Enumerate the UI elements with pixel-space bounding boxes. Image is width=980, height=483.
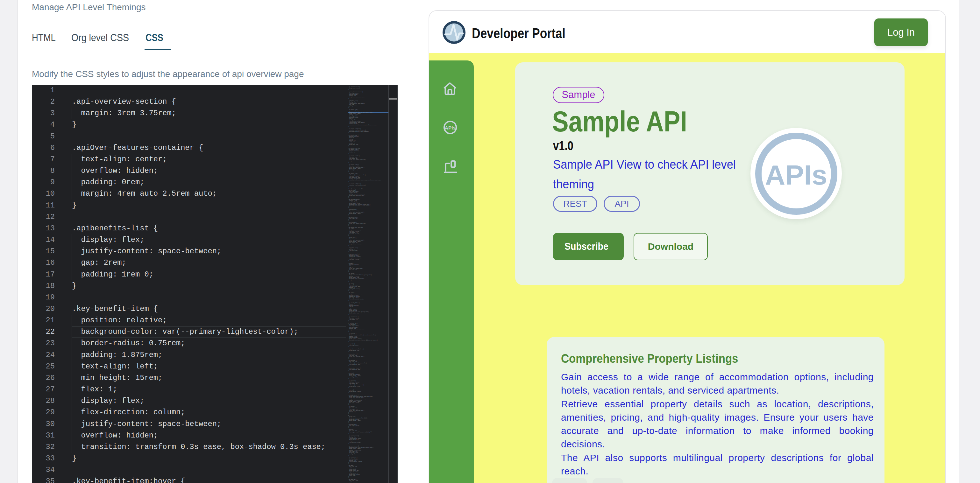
svg-text:APIs: APIs xyxy=(445,125,456,130)
